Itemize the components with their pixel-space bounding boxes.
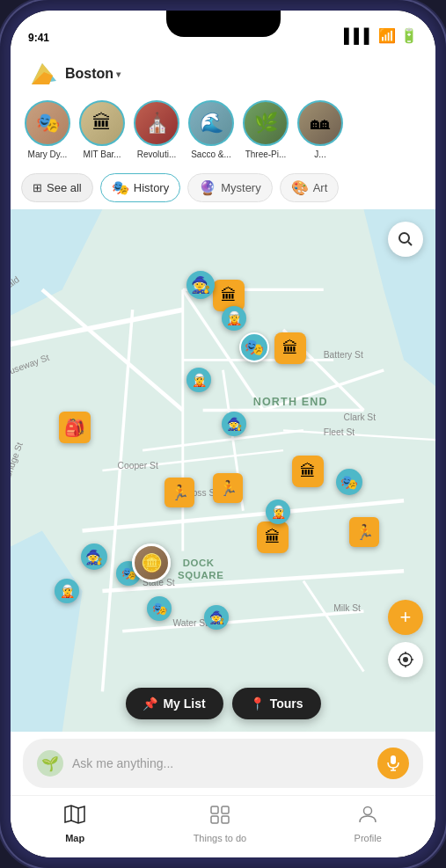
filter-history[interactable]: 🎭 History xyxy=(100,173,180,202)
marker-char-2[interactable]: 🧝 xyxy=(222,306,246,331)
tour-item-6[interactable]: 🏘 J... xyxy=(297,100,343,159)
my-list-label: My List xyxy=(163,697,205,711)
filter-art[interactable]: 🎨 Art xyxy=(280,173,340,202)
marker-photo-1[interactable]: 🪙 xyxy=(132,543,171,582)
marker-char-11[interactable]: 🎭 xyxy=(147,596,172,621)
marker-char-3[interactable]: 🎭 xyxy=(239,332,269,362)
tour-item-5[interactable]: 🌿 Three-Pi... xyxy=(243,100,289,159)
svg-text:Water St: Water St xyxy=(172,618,208,628)
tour-img-3: ⛪ xyxy=(134,100,179,146)
avatar-icon: 🌱 xyxy=(41,755,59,772)
marker-building-4[interactable]: 🏛 xyxy=(257,522,289,553)
marker-run-2[interactable]: 🏃 xyxy=(213,473,243,503)
map-search-button[interactable] xyxy=(388,222,423,257)
svg-rect-51 xyxy=(211,806,218,813)
phone-inner: 9:41 ▌▌▌ 📶 🔋 Boston xyxy=(11,11,435,857)
svg-rect-53 xyxy=(211,816,218,823)
svg-text:Fleet St: Fleet St xyxy=(324,427,355,437)
tour-label-6: J... xyxy=(314,150,325,159)
marker-char-7[interactable]: 🧝 xyxy=(266,500,290,524)
see-all-label: See all xyxy=(47,181,82,194)
app-logo-icon xyxy=(25,56,60,91)
things-to-do-nav-icon xyxy=(209,805,230,829)
svg-text:NORTH END: NORTH END xyxy=(253,396,328,408)
battery-icon: 🔋 xyxy=(400,27,418,44)
bottom-nav: Map Things to do xyxy=(11,795,435,857)
tour-circles-list: 🎭 Mary Dy... 🏛 MIT Bar... ⛪ Revoluti... … xyxy=(25,100,421,163)
marker-building-2[interactable]: 🏛 xyxy=(274,332,306,364)
signal-icon: ▌▌▌ xyxy=(344,28,374,44)
locate-icon xyxy=(397,651,414,668)
svg-line-39 xyxy=(408,242,412,245)
marker-building-3[interactable]: 🏛 xyxy=(292,456,324,487)
wifi-icon: 📶 xyxy=(378,27,396,44)
map-nav-icon xyxy=(64,805,85,829)
art-label: Art xyxy=(313,181,328,194)
marker-backpack[interactable]: 🎒 xyxy=(59,412,91,443)
search-bar-container: 🌱 Ask me anything... xyxy=(11,732,435,795)
tour-item-4[interactable]: 🌊 Sacco &... xyxy=(188,100,234,159)
filter-mystery[interactable]: 🔮 Mystery xyxy=(187,173,273,202)
mystery-emoji-icon: 🔮 xyxy=(199,179,216,196)
tour-label-2: MIT Bar... xyxy=(83,150,121,159)
svg-text:Clark St: Clark St xyxy=(344,412,377,422)
my-list-button[interactable]: 📌 My List xyxy=(125,688,223,719)
marker-run-1[interactable]: 🏃 xyxy=(165,478,194,507)
marker-run-3[interactable]: 🏃 xyxy=(349,517,379,547)
grid-icon xyxy=(209,805,230,824)
header: Boston ▾ 🎭 Mary Dy... 🏛 MIT Bar... xyxy=(11,49,435,168)
svg-point-40 xyxy=(403,657,408,662)
marker-char-6[interactable]: 🎭 xyxy=(336,469,362,495)
svg-text:SQUARE: SQUARE xyxy=(178,570,223,580)
location-chevron-icon: ▾ xyxy=(116,69,121,79)
profile-nav-icon xyxy=(358,805,377,829)
filter-see-all[interactable]: ⊞ See all xyxy=(21,173,93,202)
tours-button[interactable]: 📍 Tours xyxy=(232,688,321,719)
location-display[interactable]: Boston ▾ xyxy=(65,66,121,82)
tour-item-2[interactable]: 🏛 MIT Bar... xyxy=(79,100,125,159)
tour-label-3: Revoluti... xyxy=(137,150,176,159)
map-bottom-buttons: 📌 My List 📍 Tours xyxy=(125,688,320,719)
nav-profile[interactable]: Profile xyxy=(337,805,399,843)
tour-item-1[interactable]: 🎭 Mary Dy... xyxy=(25,100,70,159)
marker-char-5[interactable]: 🧙 xyxy=(222,412,246,436)
map-zoom-in-button[interactable]: + xyxy=(388,600,423,635)
person-icon xyxy=(358,805,377,824)
mic-button[interactable] xyxy=(377,748,409,779)
tours-label: Tours xyxy=(270,697,303,711)
screen: 9:41 ▌▌▌ 📶 🔋 Boston xyxy=(11,11,435,857)
svg-text:DOCK: DOCK xyxy=(183,558,215,568)
svg-rect-54 xyxy=(222,816,229,823)
svg-point-38 xyxy=(399,233,409,243)
things-to-do-nav-label: Things to do xyxy=(194,833,247,843)
map-icon xyxy=(64,805,85,824)
search-icon xyxy=(398,231,413,247)
marker-char-1[interactable]: 🧙 xyxy=(186,271,215,299)
svg-point-55 xyxy=(364,807,372,815)
nav-map[interactable]: Map xyxy=(47,805,103,843)
tour-img-4: 🌊 xyxy=(188,100,234,146)
tour-label-1: Mary Dy... xyxy=(28,150,68,159)
phone-frame: 9:41 ▌▌▌ 📶 🔋 Boston xyxy=(0,0,446,868)
marker-char-4[interactable]: 🧝 xyxy=(186,368,211,392)
map-locate-button[interactable] xyxy=(388,642,423,677)
svg-text:Battery St: Battery St xyxy=(324,350,363,360)
marker-char-8[interactable]: 🧙 xyxy=(81,543,107,570)
tour-img-2: 🏛 xyxy=(79,100,125,146)
nav-things-to-do[interactable]: Things to do xyxy=(176,805,265,843)
svg-rect-46 xyxy=(391,755,396,764)
plus-icon: + xyxy=(400,606,412,629)
marker-char-10[interactable]: 🧝 xyxy=(55,579,79,603)
search-bar[interactable]: 🌱 Ask me anything... xyxy=(23,739,423,788)
marker-char-12[interactable]: 🧙 xyxy=(204,605,229,630)
map-nav-label: Map xyxy=(65,833,84,843)
map-area[interactable]: Causeway St Battery St Fleet St Clark St… xyxy=(11,209,435,732)
pin-icon: 📌 xyxy=(143,697,157,711)
status-time: 9:41 xyxy=(28,32,49,44)
status-icons: ▌▌▌ 📶 🔋 xyxy=(344,27,418,44)
tour-img-5: 🌿 xyxy=(243,100,289,146)
see-all-icon: ⊞ xyxy=(33,181,42,194)
tour-label-4: Sacco &... xyxy=(191,150,231,159)
notch xyxy=(166,11,281,37)
tour-item-3[interactable]: ⛪ Revoluti... xyxy=(134,100,179,159)
